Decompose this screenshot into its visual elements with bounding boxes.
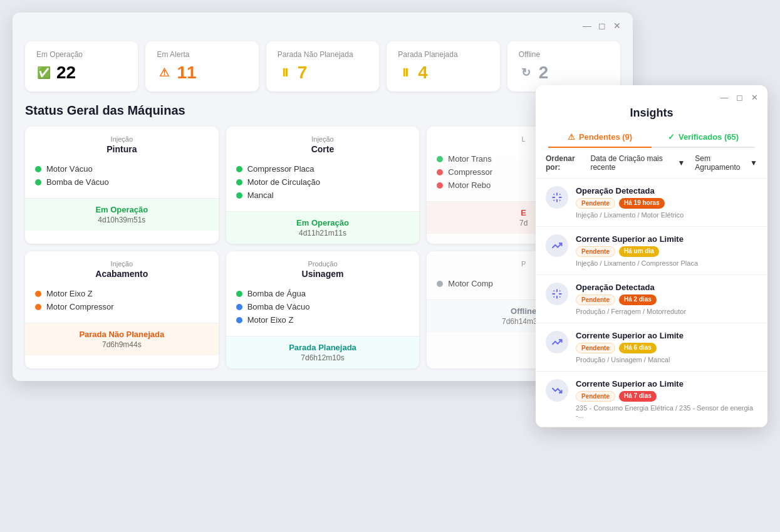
sensor-label: Motor Eixo Z	[46, 289, 93, 298]
status-count-0: 22	[56, 63, 76, 83]
status-card-title-1: Em Alerta	[157, 50, 247, 59]
sensor-item: Motor Eixo Z	[35, 289, 209, 298]
order-by-dropdown[interactable]: Data de Criação mais recente ▼	[590, 154, 685, 172]
badge-time-0: Há 19 horas	[619, 198, 665, 209]
sensor-dot-green	[236, 179, 242, 185]
status-card-em-operacao[interactable]: Em Operação ✅ 22	[25, 41, 138, 91]
tab-pendentes[interactable]: ⚠ Pendentes (9)	[548, 127, 652, 148]
order-by-label: Ordenar por:	[546, 154, 585, 172]
sensor-dot-blue	[236, 304, 242, 310]
close-icon[interactable]: ✕	[611, 20, 623, 31]
sensor-dot-red	[437, 169, 443, 175]
sensor-dot-orange	[35, 304, 41, 310]
status-card-parada-planejada[interactable]: Parada Planejada ⏸ 4	[387, 41, 499, 91]
trend-icon-container-3	[546, 331, 568, 353]
sensor-item: Motor de Circulação	[236, 177, 410, 187]
machine-name-acabamento: Acabamento	[35, 269, 209, 279]
sensor-item: Motor Eixo Z	[236, 315, 410, 325]
machine-header-corte: Injeção Corte	[226, 127, 420, 159]
status-card-offline[interactable]: Offline ↻ 2	[507, 41, 620, 91]
sensor-dot-red	[437, 182, 443, 189]
insight-badges-0: Pendente Há 19 horas	[576, 198, 757, 209]
machine-card-corte[interactable]: Injeção Corte Compressor Placa Motor de …	[226, 127, 420, 244]
status-count-1: 11	[177, 63, 196, 83]
machine-name-pintura: Pintura	[35, 144, 209, 154]
check-circle-icon: ✅	[36, 65, 51, 80]
group-by-dropdown[interactable]: Sem Agrupamento ▼	[695, 154, 757, 172]
sensor-dot-green	[236, 291, 242, 297]
insight-content-4: Corrente Superior ao Limite Pendente Há …	[576, 379, 757, 419]
sensor-item: Bomba de Vácuo	[35, 177, 209, 187]
machine-card-pintura[interactable]: Injeção Pintura Motor Vácuo Bomba de Vác…	[25, 127, 219, 244]
insight-path-4: 235 - Consumo Energia Elétrica / 235 - S…	[576, 404, 757, 419]
insight-badges-3: Pendente Há 6 dias	[576, 343, 757, 353]
sensor-label: Compressor	[448, 167, 492, 177]
status-label: Em Operação	[236, 218, 410, 227]
machine-sensors-acabamento: Motor Eixo Z Motor Compressor	[25, 284, 219, 323]
sensor-label: Motor Rebo	[448, 180, 491, 190]
offline-icon: ↻	[519, 65, 534, 80]
sensor-dot-green	[236, 192, 242, 199]
machine-sensors-usinagem: Bomba de Água Bomba de Vácuo Motor Eixo …	[226, 284, 420, 336]
sensor-dot-blue	[236, 317, 242, 323]
badge-time-1: Há um dia	[619, 246, 659, 257]
status-label: Parada Não Planejada	[35, 330, 209, 339]
insight-item-2[interactable]: Operação Detectada Pendente Há 2 dias Pr…	[536, 275, 767, 323]
status-card-value-4: ↻ 2	[519, 63, 609, 83]
insight-path-2: Produção / Ferragem / Motorredutor	[576, 308, 757, 315]
status-card-title-0: Em Operação	[36, 50, 127, 59]
machine-card-acabamento[interactable]: Injeção Acabamento Motor Eixo Z Motor Co…	[25, 251, 219, 368]
order-by-value: Data de Criação mais recente	[590, 154, 675, 172]
insight-content-1: Corrente Superior ao Limite Pendente Há …	[576, 234, 757, 267]
insight-item-3[interactable]: Corrente Superior ao Limite Pendente Há …	[536, 323, 767, 372]
maximize-icon[interactable]: ◻	[596, 20, 608, 31]
group-by-value: Sem Agrupamento	[695, 154, 747, 172]
insights-close-icon[interactable]: ✕	[749, 91, 760, 103]
insight-item-0[interactable]: Operação Detectada Pendente Há 19 horas …	[536, 179, 767, 227]
status-card-title-2: Parada Não Planejada	[278, 50, 368, 59]
insight-item-4[interactable]: Corrente Superior ao Limite Pendente Há …	[536, 372, 767, 427]
status-card-parada-nao[interactable]: Parada Não Planejada ⏸ 7	[266, 41, 379, 91]
insights-titlebar: — ◻ ✕	[536, 85, 767, 107]
sensor-label: Motor de Circulação	[247, 177, 320, 187]
machine-name-corte: Corte	[236, 144, 410, 154]
insight-content-3: Corrente Superior ao Limite Pendente Há …	[576, 331, 757, 363]
insight-title-1: Corrente Superior ao Limite	[576, 234, 757, 244]
machine-card-usinagem[interactable]: Produção Usinagem Bomba de Água Bomba de…	[226, 251, 420, 368]
sensor-label: Bomba de Vácuo	[247, 302, 310, 311]
badge-pending-2: Pendente	[576, 295, 615, 305]
insight-title-3: Corrente Superior ao Limite	[576, 331, 757, 340]
chevron-down-icon-2: ▼	[750, 159, 757, 167]
machine-sensors-corte: Compressor Placa Motor de Circulação Man…	[226, 159, 420, 211]
sensor-label: Bomba de Vácuo	[46, 177, 109, 187]
status-label: Em Operação	[35, 205, 209, 214]
machine-name-usinagem: Usinagem	[236, 269, 410, 279]
status-card-value-1: ⚠ 11	[157, 63, 247, 83]
sensor-label: Mancal	[247, 190, 274, 200]
status-card-title-4: Offline	[519, 50, 609, 59]
sensor-dot-green	[35, 179, 41, 185]
alert-icon: ⚠	[157, 65, 172, 80]
status-count-2: 7	[298, 63, 308, 83]
insights-panel: — ◻ ✕ Insights ⚠ Pendentes (9) ✓ Verific…	[536, 85, 767, 427]
status-card-em-alerta[interactable]: Em Alerta ⚠ 11	[145, 41, 258, 91]
machine-category-usinagem: Produção	[236, 260, 410, 268]
insights-list: Operação Detectada Pendente Há 19 horas …	[536, 179, 767, 427]
insights-minimize-icon[interactable]: —	[719, 91, 730, 103]
insights-maximize-icon[interactable]: ◻	[734, 91, 745, 103]
tab-verificados[interactable]: ✓ Verificados (65)	[652, 127, 755, 148]
status-time: 4d11h21m11s	[236, 229, 410, 237]
machine-header-pintura: Injeção Pintura	[25, 127, 219, 159]
insights-header: Insights	[536, 107, 767, 127]
machine-sensors-pintura: Motor Vácuo Bomba de Vácuo	[25, 159, 219, 198]
insight-title-2: Operação Detectada	[576, 283, 757, 292]
sensor-label: Motor Vácuo	[46, 164, 93, 174]
insight-badges-1: Pendente Há um dia	[576, 246, 757, 257]
insights-title: Insights	[548, 107, 755, 120]
badge-time-4: Há 7 dias	[619, 391, 657, 402]
insight-item-1[interactable]: Corrente Superior ao Limite Pendente Há …	[536, 227, 767, 275]
badge-pending-4: Pendente	[576, 391, 615, 402]
sensor-label: Motor Compressor	[46, 302, 114, 311]
power-icon-container-2	[546, 283, 568, 305]
minimize-icon[interactable]: —	[581, 20, 593, 31]
